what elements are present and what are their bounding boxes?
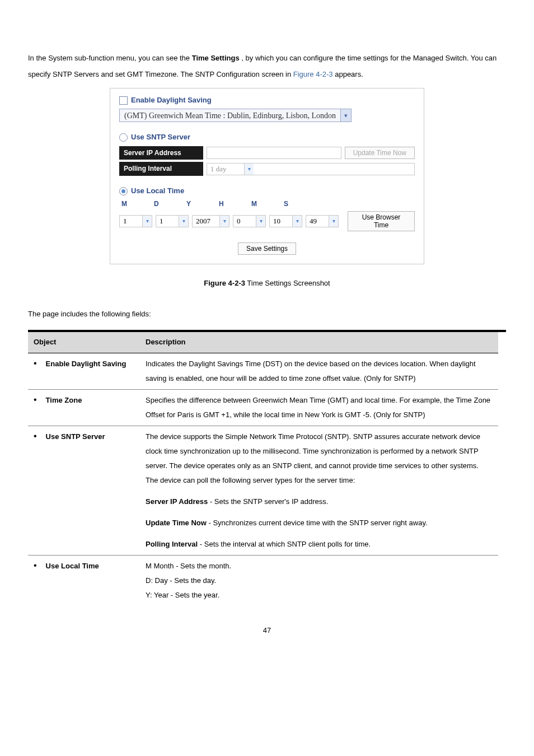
sub2-desc: - Synchronizes current device time with … bbox=[207, 519, 428, 527]
table-row: Update Time Now - Synchronizes current d… bbox=[28, 512, 498, 534]
desc-sntp-sub1: Server IP Address - Sets the SNTP server… bbox=[140, 491, 498, 512]
use-local-time-radio[interactable]: Use Local Time bbox=[119, 186, 415, 196]
desc-local: M Month - Sets the month. D: Day - Sets … bbox=[140, 555, 498, 606]
month-value: 1 bbox=[120, 216, 142, 226]
checkbox-icon[interactable] bbox=[119, 96, 128, 105]
chevron-down-icon[interactable]: ▾ bbox=[292, 216, 302, 227]
save-settings-button[interactable]: Save Settings bbox=[238, 242, 296, 255]
sub1-desc: - Sets the SNTP server's IP address. bbox=[208, 497, 328, 506]
table-row: •Use SNTP Server The device supports the… bbox=[28, 426, 498, 491]
col-object: Object bbox=[28, 332, 140, 353]
use-sntp-radio[interactable]: Use SNTP Server bbox=[119, 132, 415, 142]
figure-caption: Figure 4-2-3 Time Settings Screenshot bbox=[28, 276, 506, 292]
fields-intro: The page includes the following fields: bbox=[28, 306, 506, 323]
letter-m: M bbox=[121, 199, 132, 209]
chevron-down-icon[interactable]: ▾ bbox=[219, 216, 229, 227]
use-sntp-label: Use SNTP Server bbox=[131, 132, 190, 142]
date-letter-row: M D Y H M S bbox=[121, 199, 415, 209]
use-browser-time-button[interactable]: Use Browser Time bbox=[348, 211, 415, 231]
letter-m2: M bbox=[251, 199, 261, 209]
update-time-now-button[interactable]: Update Time Now bbox=[345, 147, 415, 159]
figure-link[interactable]: Figure 4-2-3 bbox=[293, 70, 333, 78]
table-row: •Time Zone Specifies the difference betw… bbox=[28, 389, 498, 426]
letter-s: S bbox=[284, 199, 294, 209]
minute-select[interactable]: 10▾ bbox=[269, 215, 302, 227]
fields-table: Object Description •Enable Daylight Savi… bbox=[28, 332, 498, 606]
server-ip-label: Server IP Address bbox=[119, 146, 203, 160]
chevron-down-icon[interactable]: ▾ bbox=[340, 109, 351, 122]
table-row: Polling Interval - Sets the interval at … bbox=[28, 534, 498, 556]
obj-tz: Time Zone bbox=[46, 393, 82, 408]
intro-paragraph: In the System sub-function menu, you can… bbox=[28, 50, 506, 82]
table-row: •Use Local Time M Month - Sets the month… bbox=[28, 555, 498, 606]
intro-bold: Time Settings bbox=[192, 54, 240, 62]
desc-tz: Specifies the difference between Greenwi… bbox=[140, 389, 498, 426]
time-settings-screenshot: Enable Daylight Saving (GMT) Greenwich M… bbox=[110, 88, 424, 264]
server-ip-input[interactable] bbox=[207, 147, 341, 159]
timezone-select[interactable]: (GMT) Greenwich Mean Time : Dublin, Edin… bbox=[119, 109, 352, 122]
second-select[interactable]: 49▾ bbox=[306, 215, 339, 227]
enable-daylight-label: Enable Daylight Saving bbox=[131, 95, 212, 105]
intro-pre: In the System sub-function menu, you can… bbox=[28, 54, 192, 62]
enable-daylight-row[interactable]: Enable Daylight Saving bbox=[119, 95, 415, 105]
chevron-down-icon[interactable]: ▾ bbox=[244, 164, 254, 175]
use-local-time-label: Use Local Time bbox=[131, 186, 184, 196]
polling-interval-select[interactable]: 1 day ▾ bbox=[207, 163, 415, 175]
page-number: 47 bbox=[28, 623, 506, 639]
chevron-down-icon[interactable]: ▾ bbox=[179, 216, 188, 227]
obj-eds: Enable Daylight Saving bbox=[46, 357, 127, 371]
hour-value: 0 bbox=[233, 216, 256, 226]
intro-post: appears. bbox=[335, 70, 363, 78]
caption-rest: Time Settings Screenshot bbox=[245, 279, 330, 287]
day-value: 1 bbox=[156, 216, 179, 226]
sub3-desc: - Sets the interval at which SNTP client… bbox=[198, 540, 371, 548]
table-row: •Enable Daylight Saving Indicates the Da… bbox=[28, 353, 498, 389]
desc-eds: Indicates the Daylight Savings Time (DST… bbox=[140, 353, 498, 389]
local-line2: D: Day - Sets the day. bbox=[146, 573, 493, 588]
polling-interval-label: Polling Interval bbox=[119, 162, 203, 176]
letter-y: Y bbox=[186, 199, 196, 209]
month-select[interactable]: 1▾ bbox=[119, 215, 152, 227]
year-select[interactable]: 2007▾ bbox=[192, 215, 229, 227]
sub2-term: Update Time Now bbox=[146, 519, 207, 527]
desc-sntp-sub2: Update Time Now - Synchronizes current d… bbox=[140, 512, 498, 534]
sub1-term: Server IP Address bbox=[146, 497, 208, 506]
chevron-down-icon[interactable]: ▾ bbox=[256, 216, 265, 227]
table-row: Server IP Address - Sets the SNTP server… bbox=[28, 491, 498, 512]
polling-value: 1 day bbox=[207, 164, 244, 174]
local-line3: Y: Year - Sets the year. bbox=[146, 588, 493, 603]
radio-checked-icon[interactable] bbox=[119, 187, 128, 195]
radio-unchecked-icon[interactable] bbox=[119, 133, 128, 142]
col-description: Description bbox=[140, 332, 498, 353]
bullet-icon: • bbox=[34, 357, 37, 371]
bullet-icon: • bbox=[34, 430, 37, 444]
year-value: 2007 bbox=[193, 216, 219, 226]
minute-value: 10 bbox=[270, 216, 292, 226]
bullet-icon: • bbox=[34, 559, 37, 573]
caption-bold: Figure 4-2-3 bbox=[204, 279, 245, 287]
local-line1: M Month - Sets the month. bbox=[146, 559, 493, 573]
obj-local: Use Local Time bbox=[46, 559, 99, 573]
bullet-icon: • bbox=[34, 393, 37, 408]
sub3-term: Polling Interval bbox=[146, 540, 198, 548]
chevron-down-icon[interactable]: ▾ bbox=[142, 216, 152, 227]
day-select[interactable]: 1▾ bbox=[156, 215, 189, 227]
desc-sntp-sub3: Polling Interval - Sets the interval at … bbox=[140, 534, 498, 556]
letter-d: D bbox=[154, 199, 164, 209]
hour-select[interactable]: 0▾ bbox=[233, 215, 266, 227]
obj-sntp: Use SNTP Server bbox=[46, 430, 105, 444]
second-value: 49 bbox=[306, 216, 329, 226]
desc-sntp: The device supports the Simple Network T… bbox=[140, 426, 498, 491]
timezone-value: (GMT) Greenwich Mean Time : Dublin, Edin… bbox=[120, 110, 340, 122]
chevron-down-icon[interactable]: ▾ bbox=[329, 216, 338, 227]
letter-h: H bbox=[219, 199, 229, 209]
